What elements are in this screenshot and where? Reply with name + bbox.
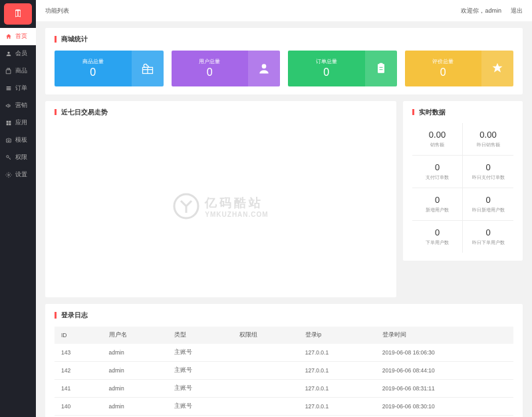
sidebar-item-label: 会员 (15, 50, 27, 58)
realtime-cell: 0支付订单数 (412, 156, 463, 188)
stat-value: 0 (172, 67, 249, 78)
logout-button[interactable]: 退出 (511, 7, 523, 15)
log-table: ID用户名类型权限组登录ip登录时间 143admin主账号127.0.0.12… (55, 327, 513, 418)
sidebar-item-home[interactable]: 首页 (0, 28, 36, 45)
main: 功能列表 欢迎你，admin 退出 商城统计 商品总量0用户总量0订单总量0评价… (36, 0, 532, 417)
sidebar-item-label: 设置 (15, 171, 27, 179)
table-cell: admin (102, 344, 168, 362)
sidebar-nav: 首页会员商品订单营销应用模板权限设置 (0, 28, 36, 184)
svg-point-8 (262, 64, 267, 69)
realtime-title: 实时数据 (412, 109, 513, 116)
trend-chart: 亿码酷站 YMKUZHAN.COM (55, 123, 387, 289)
table-header: 用户名 (102, 327, 168, 344)
realtime-cell: 0昨日新增用户数 (463, 188, 513, 221)
stats-title: 商城统计 (55, 36, 513, 43)
sidebar: 首页会员商品订单营销应用模板权限设置 (0, 0, 36, 417)
sidebar-item-label: 商品 (15, 67, 27, 75)
log-header-row: ID用户名类型权限组登录ip登录时间 (55, 327, 513, 344)
stat-label: 用户总量 (172, 58, 249, 65)
page-title: 功能列表 (45, 7, 69, 15)
realtime-cell: 0.00销售额 (412, 123, 463, 156)
table-cell (233, 379, 298, 397)
svg-point-5 (7, 156, 9, 158)
gift-icon (132, 51, 164, 86)
trend-panel: 近七日交易走势 亿码酷站 YMKUZHAN.COM (45, 101, 396, 298)
list-icon (5, 85, 12, 92)
svg-rect-10 (379, 63, 382, 65)
sidebar-item-user[interactable]: 会员 (0, 45, 36, 63)
realtime-label: 昨日新增用户数 (466, 207, 511, 213)
logo[interactable] (4, 3, 32, 25)
table-cell: 2019-06-06 08:31:11 (376, 379, 513, 397)
stat-card-clipboard[interactable]: 订单总量0 (288, 51, 397, 86)
table-cell: 主账号 (168, 397, 233, 415)
realtime-cell: 0昨日支付订单数 (463, 156, 513, 188)
table-cell: 140 (55, 397, 102, 415)
sidebar-item-bag[interactable]: 商品 (0, 63, 36, 80)
trend-title: 近七日交易走势 (55, 109, 387, 116)
sidebar-item-app[interactable]: 应用 (0, 114, 36, 132)
svg-point-4 (8, 140, 10, 142)
stat-card-star[interactable]: 评价总量0 (405, 51, 514, 86)
speaker-icon (5, 102, 12, 109)
svg-rect-3 (9, 123, 11, 125)
table-cell: 主账号 (168, 361, 233, 379)
realtime-value: 0 (415, 227, 460, 237)
realtime-value: 0 (466, 227, 511, 237)
table-cell (233, 344, 298, 362)
table-cell: 主账号 (168, 379, 233, 397)
realtime-label: 昨日支付订单数 (466, 174, 511, 181)
realtime-value: 0.00 (415, 130, 460, 140)
sidebar-item-label: 模板 (15, 136, 27, 144)
clipboard-icon (365, 51, 397, 86)
table-row: 141admin主账号127.0.0.12019-06-06 08:31:11 (55, 379, 513, 397)
stat-value: 0 (55, 67, 132, 78)
table-cell: 2019-06-06 08:44:10 (376, 361, 513, 379)
table-header: 类型 (168, 327, 233, 344)
realtime-label: 下单用户数 (415, 239, 460, 246)
sidebar-item-list[interactable]: 订单 (0, 80, 36, 97)
table-cell: 2019-06-06 08:30:10 (376, 397, 513, 415)
bag-icon (5, 68, 12, 74)
table-cell: 主账号 (168, 344, 233, 362)
stats-row: 商品总量0用户总量0订单总量0评价总量0 (55, 51, 513, 86)
log-body: 143admin主账号127.0.0.12019-06-08 16:06:301… (55, 344, 513, 418)
realtime-label: 销售额 (415, 142, 460, 148)
realtime-label: 昨日销售额 (466, 142, 511, 148)
table-cell: 141 (55, 379, 102, 397)
realtime-cell: 0昨日下单用户数 (463, 221, 513, 253)
table-cell: admin (102, 379, 168, 397)
sidebar-item-gear[interactable]: 设置 (0, 166, 36, 184)
sidebar-item-label: 订单 (15, 84, 27, 92)
realtime-grid: 0.00销售额0.00昨日销售额0支付订单数0昨日支付订单数0新增用户数0昨日新… (412, 123, 513, 253)
table-row: 140admin主账号127.0.0.12019-06-06 08:30:10 (55, 397, 513, 415)
table-header: 登录时间 (376, 327, 513, 344)
table-cell: 2019-06-08 16:06:30 (376, 344, 513, 362)
svg-rect-0 (7, 121, 9, 123)
log-title: 登录日志 (55, 312, 513, 319)
table-header: ID (55, 327, 102, 344)
stat-card-person[interactable]: 用户总量0 (172, 51, 281, 86)
stat-card-gift[interactable]: 商品总量0 (55, 51, 164, 86)
table-cell: 142 (55, 361, 102, 379)
sidebar-item-key[interactable]: 权限 (0, 149, 36, 166)
table-header: 登录ip (299, 327, 376, 344)
sidebar-item-camera[interactable]: 模板 (0, 132, 36, 149)
sidebar-item-speaker[interactable]: 营销 (0, 97, 36, 114)
table-row: 143admin主账号127.0.0.12019-06-08 16:06:30 (55, 344, 513, 362)
realtime-cell: 0.00昨日销售额 (463, 123, 513, 156)
sidebar-item-label: 首页 (15, 33, 27, 41)
sidebar-item-label: 权限 (15, 154, 27, 162)
table-cell (233, 361, 298, 379)
svg-rect-1 (9, 121, 11, 123)
content: 商城统计 商品总量0用户总量0订单总量0评价总量0 近七日交易走势 (36, 21, 532, 417)
stat-label: 订单总量 (288, 58, 365, 65)
key-icon (5, 154, 12, 161)
stat-value: 0 (288, 67, 365, 78)
stat-label: 评价总量 (405, 58, 482, 65)
table-row: 142admin主账号127.0.0.12019-06-06 08:44:10 (55, 361, 513, 379)
watermark: 亿码酷站 YMKUZHAN.COM (173, 193, 268, 219)
stat-value: 0 (405, 67, 482, 78)
sidebar-item-label: 应用 (15, 119, 27, 127)
realtime-label: 昨日下单用户数 (466, 239, 511, 246)
